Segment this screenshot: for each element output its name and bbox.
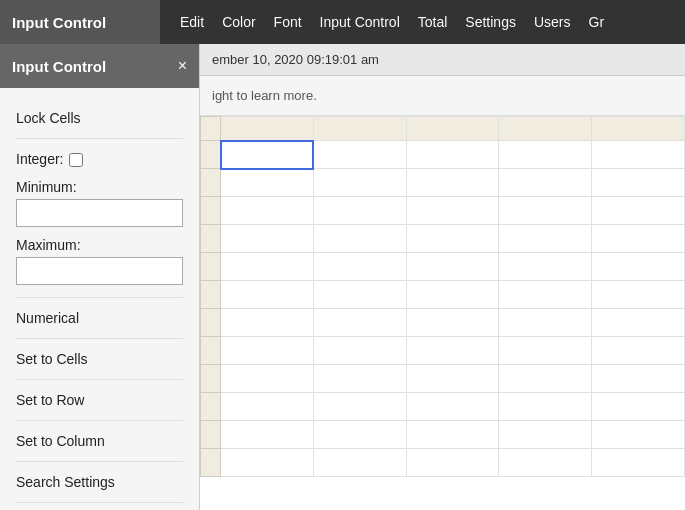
grid-cell-active[interactable] <box>221 141 314 169</box>
set-to-cells-item[interactable]: Set to Cells <box>16 341 183 377</box>
row-header-7 <box>201 309 221 337</box>
grid-cell[interactable] <box>406 449 499 477</box>
grid-cell[interactable] <box>406 365 499 393</box>
grid-cell[interactable] <box>499 281 592 309</box>
row-header-12 <box>201 449 221 477</box>
grid-cell[interactable] <box>592 365 685 393</box>
lock-cells-item[interactable]: Lock Cells <box>16 100 183 136</box>
integer-label: Integer: <box>16 151 63 167</box>
grid-cell[interactable] <box>499 169 592 197</box>
set-to-column-item[interactable]: Set to Column <box>16 423 183 459</box>
minimum-label: Minimum: <box>16 179 183 195</box>
grid-cell[interactable] <box>313 141 406 169</box>
grid-cell[interactable] <box>499 337 592 365</box>
divider-7 <box>16 502 183 503</box>
divider-4 <box>16 379 183 380</box>
grid-cell[interactable] <box>406 337 499 365</box>
grid-cell[interactable] <box>313 225 406 253</box>
table-row <box>201 365 685 393</box>
grid-cell[interactable] <box>221 365 314 393</box>
row-header-5 <box>201 253 221 281</box>
grid-cell[interactable] <box>406 197 499 225</box>
grid-cell[interactable] <box>221 393 314 421</box>
grid-cell[interactable] <box>499 449 592 477</box>
grid-cell[interactable] <box>592 141 685 169</box>
grid-cell[interactable] <box>499 141 592 169</box>
panel-header-title: Input Control <box>12 58 106 75</box>
grid-cell[interactable] <box>592 169 685 197</box>
search-settings-item[interactable]: Search Settings <box>16 464 183 500</box>
grid-cell[interactable] <box>221 225 314 253</box>
menu-item-settings[interactable]: Settings <box>465 14 516 30</box>
menu-item-edit[interactable]: Edit <box>180 14 204 30</box>
table-row <box>201 393 685 421</box>
row-header-2 <box>201 169 221 197</box>
grid-cell[interactable] <box>406 309 499 337</box>
grid-cell[interactable] <box>221 337 314 365</box>
grid-cell[interactable] <box>406 393 499 421</box>
grid-cell[interactable] <box>221 197 314 225</box>
panel-close-button[interactable]: × <box>178 58 187 74</box>
grid-cell[interactable] <box>499 197 592 225</box>
grid-cell[interactable] <box>313 253 406 281</box>
maximum-input[interactable] <box>16 257 183 285</box>
panel-title-text: Input Control <box>12 14 106 31</box>
delete-item[interactable]: DELETE <box>16 505 183 510</box>
grid-cell[interactable] <box>406 141 499 169</box>
menu-item-color[interactable]: Color <box>222 14 255 30</box>
divider-2 <box>16 297 183 298</box>
set-to-row-item[interactable]: Set to Row <box>16 382 183 418</box>
menu-item-gr[interactable]: Gr <box>589 14 605 30</box>
grid-cell[interactable] <box>313 197 406 225</box>
grid-cell[interactable] <box>592 337 685 365</box>
grid-cell[interactable] <box>313 169 406 197</box>
menu-item-font[interactable]: Font <box>274 14 302 30</box>
grid-header-cell-3 <box>406 117 499 141</box>
grid-cell[interactable] <box>221 309 314 337</box>
grid-cell[interactable] <box>592 449 685 477</box>
grid-cell[interactable] <box>592 281 685 309</box>
grid-cell[interactable] <box>221 421 314 449</box>
grid-cell[interactable] <box>406 169 499 197</box>
grid-cell[interactable] <box>313 337 406 365</box>
grid-cell[interactable] <box>592 225 685 253</box>
minimum-input[interactable] <box>16 199 183 227</box>
row-header-8 <box>201 337 221 365</box>
grid-cell[interactable] <box>499 309 592 337</box>
grid-cell[interactable] <box>406 421 499 449</box>
grid-cell[interactable] <box>221 253 314 281</box>
row-header-11 <box>201 421 221 449</box>
grid-cell[interactable] <box>221 169 314 197</box>
grid-cell[interactable] <box>313 421 406 449</box>
grid-cell[interactable] <box>406 225 499 253</box>
menu-item-input-control[interactable]: Input Control <box>320 14 400 30</box>
grid-cell[interactable] <box>499 393 592 421</box>
grid-cell[interactable] <box>406 253 499 281</box>
grid-cell[interactable] <box>499 225 592 253</box>
grid-cell[interactable] <box>313 449 406 477</box>
menu-item-total[interactable]: Total <box>418 14 448 30</box>
grid-cell[interactable] <box>406 281 499 309</box>
integer-checkbox[interactable] <box>69 153 83 167</box>
grid-cell[interactable] <box>592 393 685 421</box>
grid-cell[interactable] <box>592 197 685 225</box>
grid-cell[interactable] <box>592 421 685 449</box>
divider-6 <box>16 461 183 462</box>
grid-cell[interactable] <box>499 253 592 281</box>
table-row <box>201 197 685 225</box>
grid-cell[interactable] <box>221 449 314 477</box>
menu-item-users[interactable]: Users <box>534 14 571 30</box>
grid-cell[interactable] <box>221 281 314 309</box>
grid-cell[interactable] <box>592 309 685 337</box>
numerical-item[interactable]: Numerical <box>16 300 183 336</box>
grid-cell[interactable] <box>499 365 592 393</box>
grid-cell[interactable] <box>499 421 592 449</box>
maximum-section: Maximum: <box>16 237 183 295</box>
divider-5 <box>16 420 183 421</box>
grid-cell[interactable] <box>313 309 406 337</box>
grid-cell[interactable] <box>313 365 406 393</box>
grid-cell[interactable] <box>313 281 406 309</box>
grid-cell[interactable] <box>313 393 406 421</box>
grid-cell[interactable] <box>592 253 685 281</box>
row-header-9 <box>201 365 221 393</box>
